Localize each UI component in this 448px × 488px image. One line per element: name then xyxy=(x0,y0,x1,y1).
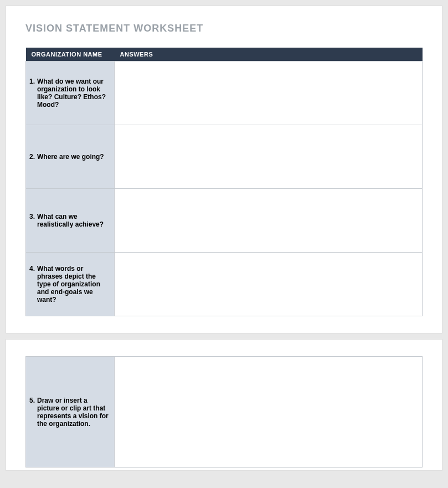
question-cell: 2. Where are we going? xyxy=(26,125,115,189)
question-text: What can we realistically achieve? xyxy=(37,213,110,228)
answer-cell[interactable] xyxy=(115,253,423,316)
question-number: 1. xyxy=(29,78,35,85)
table-header-row: ORGANIZATION NAME ANSWERS xyxy=(26,48,423,61)
worksheet-table-2: 5. Draw or insert a picture or clip art … xyxy=(25,356,423,468)
table-row: 5. Draw or insert a picture or clip art … xyxy=(26,357,423,468)
question-cell: 1. What do we want our organization to l… xyxy=(26,61,115,125)
header-organization-name: ORGANIZATION NAME xyxy=(26,48,115,61)
question-cell: 4. What words or phrases depict the type… xyxy=(26,253,115,316)
page-1: VISION STATEMENT WORKSHEET ORGANIZATION … xyxy=(6,6,442,333)
question-cell: 5. Draw or insert a picture or clip art … xyxy=(26,357,115,468)
table-row: 4. What words or phrases depict the type… xyxy=(26,253,423,316)
question-text: Where are we going? xyxy=(37,153,104,161)
question-text: Draw or insert a picture or clip art tha… xyxy=(37,397,110,428)
worksheet-table: ORGANIZATION NAME ANSWERS 1. What do we … xyxy=(25,48,423,316)
page-2: 5. Draw or insert a picture or clip art … xyxy=(6,339,442,471)
answer-cell[interactable] xyxy=(115,125,423,189)
table-row: 1. What do we want our organization to l… xyxy=(26,61,423,125)
question-number: 5. xyxy=(29,397,35,404)
answer-cell[interactable] xyxy=(115,189,423,253)
question-cell: 3. What can we realistically achieve? xyxy=(26,189,115,253)
table-row: 2. Where are we going? xyxy=(26,125,423,189)
question-text: What words or phrases depict the type of… xyxy=(37,265,110,304)
question-number: 3. xyxy=(29,213,35,220)
question-number: 2. xyxy=(29,153,35,161)
header-answers: ANSWERS xyxy=(115,48,423,61)
answer-cell[interactable] xyxy=(115,61,423,125)
question-number: 4. xyxy=(29,265,35,273)
question-text: What do we want our organization to look… xyxy=(37,78,110,109)
table-row: 3. What can we realistically achieve? xyxy=(26,189,423,253)
worksheet-title: VISION STATEMENT WORKSHEET xyxy=(25,23,423,34)
answer-cell[interactable] xyxy=(115,357,423,468)
